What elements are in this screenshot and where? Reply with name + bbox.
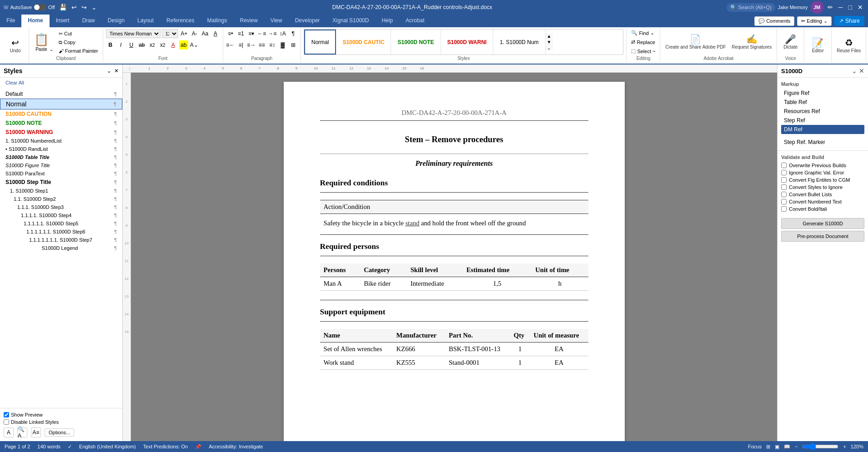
minimize-btn[interactable]: ─	[837, 3, 844, 12]
editor-btn[interactable]: 📝 Editor	[810, 37, 826, 55]
show-preview-checkbox[interactable]	[4, 412, 9, 417]
copy-button[interactable]: ⧉ Copy	[57, 39, 100, 46]
request-signatures-btn[interactable]: ✍ Request Signatures	[729, 33, 774, 51]
restore-btn[interactable]: □	[847, 3, 853, 12]
format-painter-button[interactable]: 🖌 Format Painter	[57, 47, 100, 55]
zoom-slider[interactable]	[802, 443, 838, 450]
font-clear-btn[interactable]: A	[211, 29, 220, 38]
style-warning-btn[interactable]: S1000D WARNI	[441, 30, 494, 55]
disable-linked-label[interactable]: Disable Linked Styles	[4, 419, 119, 425]
subscript-btn[interactable]: x2	[148, 40, 157, 50]
cut-button[interactable]: ✂ Cut	[57, 30, 100, 38]
align-left-btn[interactable]: ≡←	[226, 40, 235, 50]
section2-title[interactable]: Required persons	[320, 242, 588, 251]
line-spacing-btn[interactable]: ≡↕	[268, 40, 277, 50]
ribbon-tab-file[interactable]: File	[0, 15, 21, 27]
style-item-caution[interactable]: S1000D CAUTION ¶	[0, 109, 122, 119]
style-item-normal[interactable]: Normal ¶	[0, 99, 122, 109]
ribbon-tab-design[interactable]: Design	[101, 15, 131, 27]
zoom-out-icon[interactable]: −	[795, 444, 798, 449]
markup-step-ref-marker[interactable]: Step Ref. Marker	[781, 138, 864, 147]
convert-styles-label[interactable]: Convert Styles to Ignore	[781, 184, 864, 190]
style-normal-btn[interactable]: Normal	[304, 30, 336, 55]
pen-icon[interactable]: ✏	[826, 3, 834, 12]
italic-btn[interactable]: I	[116, 40, 125, 50]
ribbon-tab-view[interactable]: View	[264, 15, 289, 27]
font-case-btn[interactable]: Aa	[201, 29, 210, 38]
styles-panel-collapse[interactable]: ⌄	[107, 68, 111, 74]
style-item-paratext[interactable]: S1000D ParaText ¶	[0, 169, 122, 178]
style-item-warning[interactable]: S1000D WARNING ¶	[0, 128, 122, 137]
spelling-icon[interactable]: ✓	[68, 444, 72, 450]
styles-panel-close[interactable]: ✕	[114, 68, 119, 74]
styles-scroll-arrows[interactable]: ▲ ▼ ⌄	[546, 33, 553, 51]
style-item-legend[interactable]: S1000D Legend ¶	[0, 244, 122, 252]
style-item-default[interactable]: Default ¶	[0, 89, 122, 99]
read-mode-icon[interactable]: 📖	[784, 444, 790, 450]
font-grow-btn[interactable]: A+	[180, 29, 189, 38]
borders-btn[interactable]: ⊞	[289, 40, 298, 50]
ribbon-tab-draw[interactable]: Draw	[76, 15, 101, 27]
ignore-graphic-label[interactable]: Ignore Graphic Val. Error	[781, 170, 864, 175]
search-placeholder[interactable]: Search (Alt+Q)	[738, 5, 772, 10]
action-text[interactable]: Safety the bicycle in a bicycle stand an…	[320, 217, 588, 230]
font-color-btn[interactable]: A	[169, 40, 178, 50]
rp-collapse-btn[interactable]: ⌄	[852, 67, 857, 75]
align-right-btn[interactable]: ≡→	[247, 40, 256, 50]
convert-bullet-label[interactable]: Convert Bullet Lists	[781, 192, 864, 197]
style-note-btn[interactable]: S1000D NOTE	[391, 30, 441, 55]
autosave-toggle[interactable]	[34, 4, 46, 10]
highlight-btn[interactable]: ab	[179, 40, 188, 50]
user-avatar[interactable]: JM	[811, 1, 823, 14]
convert-bold-label[interactable]: Convert Bold/Itali	[781, 206, 864, 212]
strikethrough-btn[interactable]: ab	[137, 40, 146, 50]
page-layout-icon[interactable]: ⊞	[766, 444, 770, 450]
section1-title[interactable]: Required conditions	[320, 179, 588, 188]
justify-btn[interactable]: ≡≡	[257, 40, 266, 50]
create-share-pdf-btn[interactable]: 📄 Create and Share Adobe PDF	[663, 33, 728, 51]
clear-all-btn[interactable]: Clear All	[5, 80, 24, 85]
preprocess-btn[interactable]: Pre-process Document	[781, 231, 864, 242]
generate-btn[interactable]: Generate S1000D	[781, 218, 864, 229]
zoom-in-icon[interactable]: +	[843, 444, 846, 449]
align-center-btn[interactable]: ≡|	[236, 40, 246, 50]
customize-qat[interactable]: ⌄	[90, 3, 98, 12]
ribbon-tab-mailings[interactable]: Mailings	[201, 15, 233, 27]
print-layout-icon[interactable]: ▣	[775, 444, 779, 450]
style-item-step6[interactable]: 1.1.1.1.1.1. S1000D Step6 ¶	[0, 228, 122, 236]
markup-figure-ref[interactable]: Figure Ref	[781, 89, 864, 98]
accessibility[interactable]: Accessibility: Investigate	[209, 444, 263, 449]
stand-link[interactable]: stand	[405, 219, 419, 227]
style-inspector-btn[interactable]: 🔍A	[17, 427, 27, 437]
style-item-tabletitle[interactable]: S1000D Table Title ¶	[0, 153, 122, 161]
markup-table-ref[interactable]: Table Ref	[781, 98, 864, 107]
style-item-step2[interactable]: 1.1. S1000D Step2 ¶	[0, 195, 122, 203]
ribbon-tab-review[interactable]: Review	[234, 15, 264, 27]
convert-numbered-label[interactable]: Convert Numbered Text	[781, 199, 864, 204]
section3-title[interactable]: Support equipment	[320, 308, 588, 317]
style-caution-btn[interactable]: S1000D CAUTIC	[336, 30, 391, 55]
ribbon-tab-developer[interactable]: Developer	[289, 15, 326, 27]
dictate-btn[interactable]: 🎤 Dictate	[781, 33, 800, 51]
editing-button[interactable]: ✏ Editing ⌄	[797, 16, 832, 26]
doc-title[interactable]: Stem – Remove procedures	[320, 134, 588, 144]
overwrite-builds-checkbox[interactable]	[781, 163, 787, 168]
ribbon-tab-help[interactable]: Help	[375, 15, 399, 27]
find-button[interactable]: 🔍 Find ⌄	[629, 29, 656, 37]
focus-label[interactable]: Focus	[748, 444, 762, 449]
font-size-select[interactable]: 12	[162, 29, 178, 38]
ribbon-tab-acrobat[interactable]: Acrobat	[399, 15, 431, 27]
underline-btn[interactable]: U	[127, 40, 136, 50]
zoom-level[interactable]: 120%	[851, 444, 863, 449]
ribbon-tab-layout[interactable]: Layout	[131, 15, 160, 27]
replace-button[interactable]: ⇄ Replace	[629, 38, 657, 46]
show-marks-btn[interactable]: ¶	[289, 29, 298, 38]
sort-btn[interactable]: ↕A	[278, 29, 287, 38]
markup-dm-ref[interactable]: DM Ref	[781, 125, 864, 134]
style-item-note[interactable]: S1000D NOTE ¶	[0, 119, 122, 128]
close-btn[interactable]: ✕	[856, 3, 864, 12]
styles-expand-arrow[interactable]: ⌄	[546, 45, 553, 51]
style-item-randlist[interactable]: • S1000D RandList ¶	[0, 145, 122, 153]
ribbon-tab-references[interactable]: References	[160, 15, 201, 27]
style-item-step5[interactable]: 1.1.1.1.1. S1000D Step5 ¶	[0, 219, 122, 228]
